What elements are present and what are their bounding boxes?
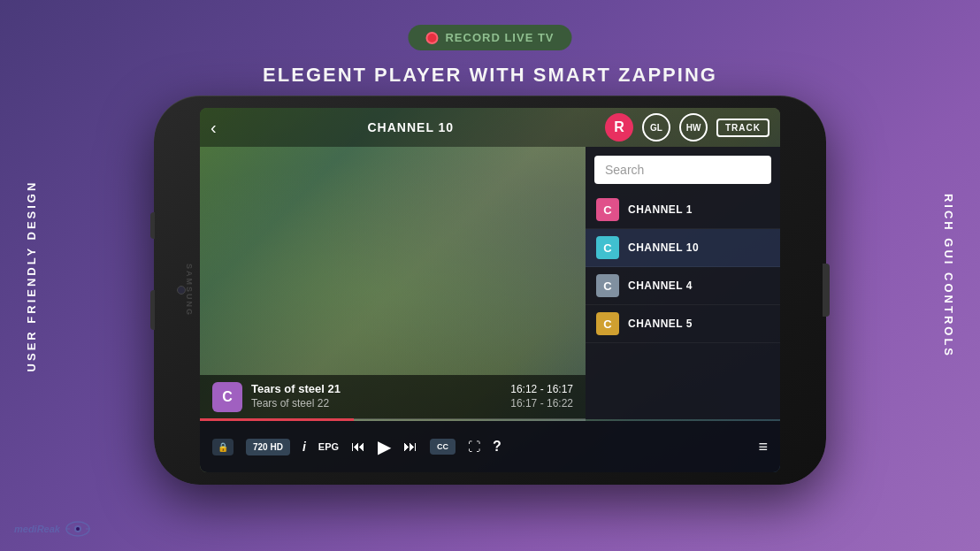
channel-name-4: CHANNEL 5: [628, 318, 693, 330]
channel-item-1[interactable]: C CHANNEL 1: [586, 191, 780, 229]
channel-badge-1: C: [596, 198, 619, 221]
logo-area: mediReak: [14, 521, 90, 537]
help-button[interactable]: ?: [493, 439, 501, 455]
back-button[interactable]: ‹: [211, 118, 217, 138]
logo-eye-icon: [65, 521, 90, 537]
channel-name-2: CHANNEL 10: [628, 241, 699, 254]
channel-item-4[interactable]: C CHANNEL 5: [586, 305, 780, 343]
player-top-bar: ‹ CHANNEL 10 R GL HW TRACK: [200, 108, 780, 147]
channel-list: C CHANNEL 1 C CHANNEL 10 C CHANNEL 4 C C…: [586, 191, 780, 419]
phone-volume-down-button: [150, 290, 155, 330]
btn-r[interactable]: R: [605, 113, 633, 142]
main-heading: ELEGENT PLAYER WITH SMART ZAPPING: [263, 64, 717, 87]
samsung-brand-text: SAMSUNG: [185, 264, 194, 317]
logo-text: mediReak: [14, 524, 60, 534]
controls-bar: 🔒 720 HD i EPG ⏮ ▶ ⏭ CC ⛶ ? ≡: [200, 421, 780, 472]
channel-name-label: CHANNEL 10: [226, 120, 596, 134]
menu-button[interactable]: ≡: [758, 438, 768, 456]
channel-badge-4: C: [596, 312, 619, 335]
phone-volume-up-button: [150, 212, 155, 239]
channel-item-2[interactable]: C CHANNEL 10: [586, 229, 780, 267]
info-button[interactable]: i: [302, 440, 306, 454]
channel-badge-3: C: [596, 274, 619, 297]
record-label: RECORD LIVE TV: [445, 31, 554, 44]
channel-item-3[interactable]: C CHANNEL 4: [586, 267, 780, 305]
channel-list-overlay: Search C CHANNEL 1 C CHANNEL 10 C CHANNE…: [586, 147, 780, 419]
side-label-right: RICH GUI CONTROLS: [942, 193, 955, 357]
program-row-1: Tears of steel 21 16:12 - 16:17: [251, 382, 573, 395]
program-row-2: Tears of steel 22 16:17 - 16:22: [251, 397, 573, 409]
phone-device: SAMSUNG ‹ CHANNEL 10 R GL HW TRACK Searc…: [154, 96, 826, 485]
play-button[interactable]: ▶: [378, 436, 391, 457]
svg-point-2: [76, 527, 80, 531]
record-dot-icon: [425, 32, 438, 44]
search-box[interactable]: Search: [594, 156, 771, 184]
program-title-1: Tears of steel 21: [251, 382, 341, 395]
btn-hw[interactable]: HW: [679, 113, 708, 142]
search-placeholder: Search: [605, 163, 644, 177]
btn-track[interactable]: TRACK: [716, 119, 769, 137]
quality-badge[interactable]: 720 HD: [246, 439, 290, 455]
channel-badge-2: C: [596, 236, 619, 259]
channel-name-3: CHANNEL 4: [628, 279, 693, 292]
rewind-button[interactable]: ⏮: [351, 439, 365, 455]
resize-button[interactable]: ⛶: [468, 440, 480, 454]
channel-badge-large: C: [212, 382, 242, 412]
phone-screen: ‹ CHANNEL 10 R GL HW TRACK Search C CHAN…: [200, 108, 780, 472]
phone-power-button: [823, 264, 830, 317]
lock-button[interactable]: 🔒: [212, 439, 234, 455]
program-time-1: 16:12 - 16:17: [510, 383, 573, 395]
record-badge[interactable]: RECORD LIVE TV: [408, 25, 571, 50]
btn-gl[interactable]: GL: [642, 113, 670, 142]
forward-button[interactable]: ⏭: [403, 439, 417, 455]
program-title-2: Tears of steel 22: [251, 397, 329, 409]
side-label-left: USER FRIENDLY DESIGN: [25, 180, 38, 371]
channel-name-1: CHANNEL 1: [628, 203, 693, 216]
program-info-bar: C Tears of steel 21 16:12 - 16:17 Tears …: [200, 375, 586, 419]
cc-badge[interactable]: CC: [430, 439, 456, 455]
program-time-2: 16:17 - 16:22: [510, 397, 573, 409]
epg-button[interactable]: EPG: [318, 441, 339, 452]
